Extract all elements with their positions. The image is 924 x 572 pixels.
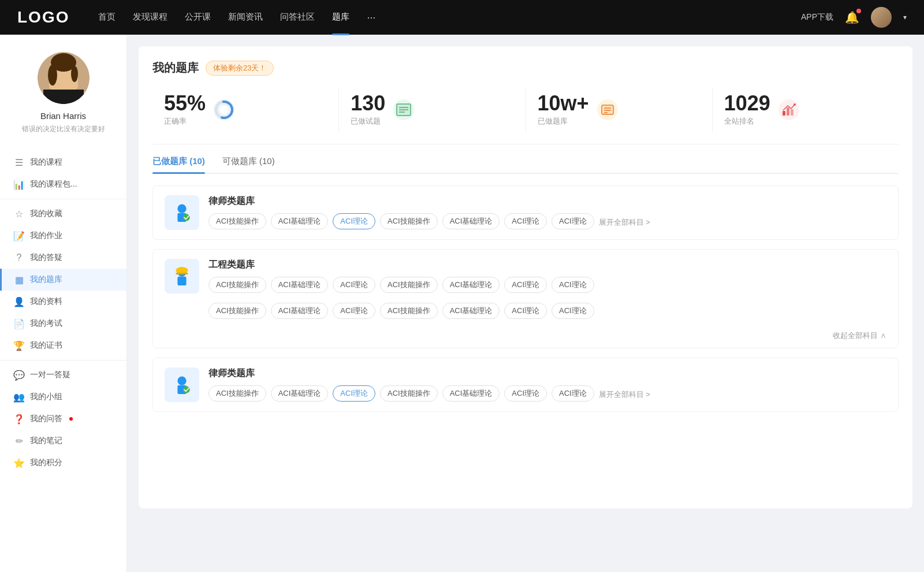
sidebar-item-points[interactable]: ⭐ 我的积分 xyxy=(0,452,126,474)
nav-news[interactable]: 新闻资讯 xyxy=(228,12,263,24)
nav-more[interactable]: ··· xyxy=(367,12,375,24)
bank3-tag-3[interactable]: ACI技能操作 xyxy=(380,385,438,402)
sidebar-item-course[interactable]: ☰ 我的课程 xyxy=(0,151,126,173)
svg-point-6 xyxy=(48,65,57,86)
nav-right: APP下载 🔔 ▾ xyxy=(801,7,907,28)
bank1-tag-5[interactable]: ACI理论 xyxy=(504,213,547,229)
sidebar-item-package[interactable]: 📊 我的课程包... xyxy=(0,173,126,195)
bank3-tag-4[interactable]: ACI基础理论 xyxy=(442,385,500,402)
certificate-icon: 🏆 xyxy=(14,340,24,351)
svg-rect-22 xyxy=(783,111,785,116)
nav-discover[interactable]: 发现课程 xyxy=(133,12,167,24)
bank1-tag-6[interactable]: ACI理论 xyxy=(552,213,594,229)
bank-header-3: 律师类题库 ACI技能操作 ACI基础理论 ACI理论 ACI技能操作 ACI基… xyxy=(153,358,898,411)
sidebar-item-group[interactable]: 👥 我的小组 xyxy=(0,386,126,408)
bank3-tag-0[interactable]: ACI技能操作 xyxy=(208,385,266,402)
stat-done-questions-icon xyxy=(393,99,414,120)
tab-done-banks[interactable]: 已做题库 (10) xyxy=(152,156,205,173)
stat-rank-label: 全站排名 xyxy=(724,116,770,127)
done-questions-icon-svg xyxy=(396,102,412,118)
bank-title-1: 律师类题库 xyxy=(208,195,886,207)
favorites-label: 我的收藏 xyxy=(30,209,62,219)
bank2-r2-tag-2[interactable]: ACI理论 xyxy=(333,303,375,319)
bank2-tag-4[interactable]: ACI基础理论 xyxy=(442,277,500,293)
bank2-tag-2[interactable]: ACI理论 xyxy=(333,277,375,293)
bank3-tag-1[interactable]: ACI基础理论 xyxy=(271,385,329,402)
profile-slogan: 错误的决定比没有决定要好 xyxy=(22,124,105,134)
accuracy-chart xyxy=(214,100,234,120)
profile-menu-label: 我的资料 xyxy=(30,296,62,307)
sidebar-item-notes[interactable]: ✏ 我的笔记 xyxy=(0,430,126,452)
svg-rect-24 xyxy=(791,109,793,116)
svg-point-11 xyxy=(219,105,229,114)
sidebar-item-profile[interactable]: 👤 我的资料 xyxy=(0,291,126,313)
svg-rect-30 xyxy=(177,277,186,285)
sidebar-item-questionbank[interactable]: ▦ 我的题库 xyxy=(0,269,126,291)
bank1-expand[interactable]: 展开全部科目 > xyxy=(599,215,650,228)
bank1-tag-4[interactable]: ACI基础理论 xyxy=(442,213,500,229)
sidebar-item-questions[interactable]: ? 我的答疑 xyxy=(0,247,126,269)
nav-qa[interactable]: 问答社区 xyxy=(280,12,315,24)
nav-open-course[interactable]: 公开课 xyxy=(185,12,211,24)
svg-point-34 xyxy=(177,377,186,385)
questionbank-icon: ▦ xyxy=(14,274,24,285)
sidebar-item-favorites[interactable]: ☆ 我的收藏 xyxy=(0,203,126,225)
bank1-tag-1[interactable]: ACI基础理论 xyxy=(271,213,329,229)
bank2-r2-tag-4[interactable]: ACI基础理论 xyxy=(442,303,500,319)
group-icon: 👥 xyxy=(14,392,24,402)
app-download-btn[interactable]: APP下载 xyxy=(801,12,833,23)
questions-icon: ? xyxy=(14,252,24,263)
bank2-r2-tag-6[interactable]: ACI理论 xyxy=(552,303,594,319)
main-content: 我的题库 体验剩余23天！ 55% 正确率 xyxy=(127,35,924,572)
engineer-icon xyxy=(171,265,193,287)
course-icon: ☰ xyxy=(14,157,24,168)
profile-name: Brian Harris xyxy=(40,111,86,121)
lawyer-icon xyxy=(171,202,193,224)
bank2-tag-0[interactable]: ACI技能操作 xyxy=(208,277,266,293)
sidebar-item-homework[interactable]: 📝 我的作业 xyxy=(0,225,126,247)
nav-home[interactable]: 首页 xyxy=(98,12,116,24)
bank2-r2-tag-3[interactable]: ACI技能操作 xyxy=(380,303,438,319)
nav-questionbank[interactable]: 题库 xyxy=(332,12,349,24)
lawyer-icon-2 xyxy=(171,374,193,396)
bank3-tag-2[interactable]: ACI理论 xyxy=(333,385,375,402)
page-title: 我的题库 xyxy=(152,60,199,76)
favorites-icon: ☆ xyxy=(14,209,24,219)
bank1-tag-3[interactable]: ACI技能操作 xyxy=(380,213,438,229)
bank1-tag-0[interactable]: ACI技能操作 xyxy=(208,213,266,229)
bank2-r2-tag-1[interactable]: ACI基础理论 xyxy=(271,303,329,319)
bank1-tag-2[interactable]: ACI理论 xyxy=(333,213,375,229)
package-icon: 📊 xyxy=(14,179,24,190)
stat-done-banks-label: 已做题库 xyxy=(538,116,589,127)
notes-icon: ✏ xyxy=(14,436,24,446)
bank-tags-2-row2: ACI技能操作 ACI基础理论 ACI理论 ACI技能操作 ACI基础理论 AC… xyxy=(208,303,886,319)
bank2-r2-tag-0[interactable]: ACI技能操作 xyxy=(208,303,266,319)
tab-available-banks[interactable]: 可做题库 (10) xyxy=(222,156,275,173)
bank2-r2-tag-5[interactable]: ACI理论 xyxy=(504,303,547,319)
questions-label: 我的答疑 xyxy=(30,252,62,263)
user-menu-arrow[interactable]: ▾ xyxy=(903,13,907,21)
bank2-tag-6[interactable]: ACI理论 xyxy=(552,277,594,293)
bank-icon-3 xyxy=(165,367,199,402)
questionbank-label: 我的题库 xyxy=(30,274,62,285)
bank2-collapse[interactable]: 收起全部科目 ∧ xyxy=(153,328,898,348)
bank3-expand[interactable]: 展开全部科目 > xyxy=(599,387,650,400)
sidebar-item-certificate[interactable]: 🏆 我的证书 xyxy=(0,335,126,356)
bank2-tag-3[interactable]: ACI技能操作 xyxy=(380,277,438,293)
notification-bell[interactable]: 🔔 xyxy=(845,10,859,24)
svg-point-7 xyxy=(71,66,78,82)
svg-rect-33 xyxy=(176,273,188,274)
content-card: 我的题库 体验剩余23天！ 55% 正确率 xyxy=(139,46,912,508)
bank-row2-2: ACI技能操作 ACI基础理论 ACI理论 ACI技能操作 ACI基础理论 AC… xyxy=(153,303,898,328)
bank3-tag-6[interactable]: ACI理论 xyxy=(552,385,594,402)
sidebar-item-exam[interactable]: 📄 我的考试 xyxy=(0,313,126,335)
sidebar-item-myqa[interactable]: ❓ 我的问答 xyxy=(0,408,126,430)
bank2-tag-5[interactable]: ACI理论 xyxy=(504,277,547,293)
bank3-tag-5[interactable]: ACI理论 xyxy=(504,385,547,402)
user-avatar[interactable] xyxy=(871,7,892,28)
stat-done-questions: 130 已做试题 xyxy=(339,87,526,132)
sidebar-item-tutoring[interactable]: 💬 一对一答疑 xyxy=(0,364,126,386)
exam-label: 我的考试 xyxy=(30,318,62,329)
navbar: LOGO 首页 发现课程 公开课 新闻资讯 问答社区 题库 ··· APP下载 … xyxy=(0,0,924,35)
bank2-tag-1[interactable]: ACI基础理论 xyxy=(271,277,329,293)
